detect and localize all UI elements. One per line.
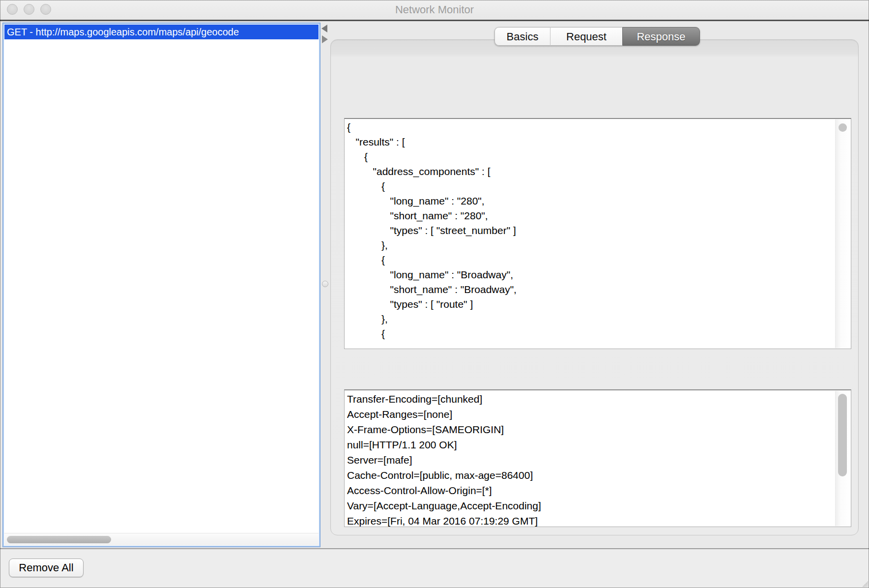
titlebar[interactable]: Network Monitor xyxy=(0,0,869,20)
response-body-scrollbar[interactable] xyxy=(835,119,850,348)
tab-basics[interactable]: Basics xyxy=(494,27,550,46)
split-pane-divider[interactable] xyxy=(320,21,330,548)
window-title: Network Monitor xyxy=(0,0,869,20)
divider-grip-icon[interactable] xyxy=(322,281,328,287)
response-body-box[interactable]: { "results" : [ { "address_components" :… xyxy=(344,118,851,349)
resize-grip-icon[interactable] xyxy=(862,581,868,587)
detail-tabs: Basics Request Response xyxy=(494,27,700,46)
remove-all-button[interactable]: Remove All xyxy=(9,559,84,577)
response-headers-box[interactable]: Transfer-Encoding=[chunked] Accept-Range… xyxy=(344,389,851,527)
response-headers-text[interactable]: Transfer-Encoding=[chunked] Accept-Range… xyxy=(347,391,834,527)
tab-response[interactable]: Response xyxy=(622,27,700,46)
tab-request[interactable]: Request xyxy=(550,27,622,46)
response-headers-scrollbar[interactable] xyxy=(835,391,850,526)
response-headers-scrollbar-thumb[interactable] xyxy=(838,394,847,476)
request-list-item-selected[interactable]: GET - http://maps.googleapis.com/maps/ap… xyxy=(4,25,319,39)
response-body-text[interactable]: { "results" : [ { "address_components" :… xyxy=(347,120,834,349)
horizontal-scrollbar[interactable] xyxy=(4,533,319,545)
collapse-left-arrow-icon[interactable] xyxy=(321,25,327,32)
response-body-scrollbar-thumb[interactable] xyxy=(839,123,847,132)
horizontal-scrollbar-thumb[interactable] xyxy=(7,536,111,543)
main-content: GET - http://maps.googleapis.com/maps/ap… xyxy=(0,21,869,549)
footer-bar: Remove All xyxy=(0,549,869,588)
request-list[interactable]: GET - http://maps.googleapis.com/maps/ap… xyxy=(2,23,320,547)
collapse-right-arrow-icon[interactable] xyxy=(322,35,328,43)
